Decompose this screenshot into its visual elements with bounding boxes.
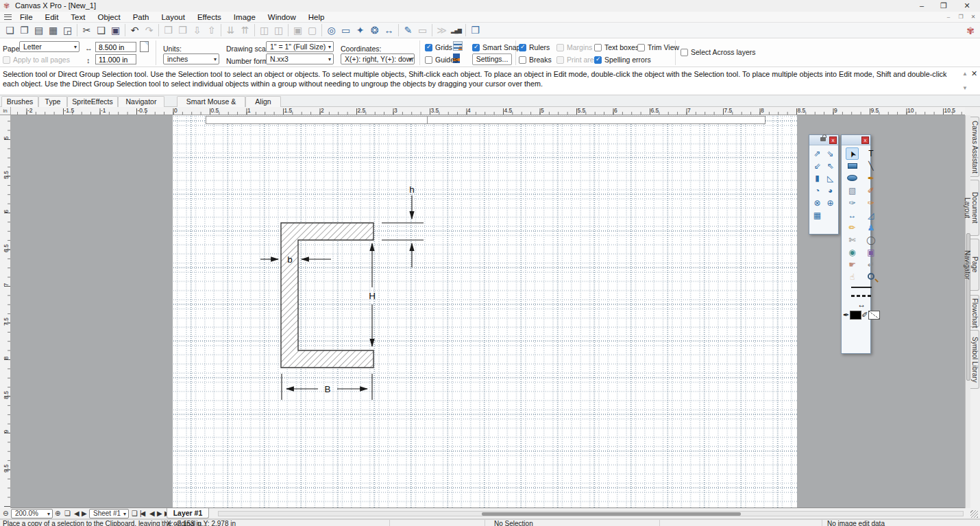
duplicate-sheet-icon[interactable]: ❑ (132, 510, 138, 517)
drawing-scale-select[interactable]: 1" = 1" (Full Size) (266, 41, 334, 52)
next-page-icon[interactable]: ▶ (157, 510, 162, 517)
close-button[interactable]: ✕ (959, 1, 975, 11)
dock-tab-type[interactable]: Type (38, 96, 67, 107)
trim-view-checkbox[interactable]: Trim View (637, 43, 679, 51)
radius-dimension-tool[interactable]: ◔ (811, 184, 824, 197)
bring-to-front-icon[interactable]: ⇈ (238, 24, 252, 37)
bring-forward-icon[interactable]: ⇧ (204, 24, 219, 37)
paintbrush-tool[interactable]: ✐ (864, 184, 877, 197)
angle-measure-tool[interactable]: ◺ (824, 172, 837, 184)
zoom-level-select[interactable]: 200.0% (11, 509, 53, 518)
slideshow-icon[interactable]: ◎ (324, 24, 339, 37)
paper-select[interactable]: Letter (19, 41, 79, 52)
ordinate-dimension-tool[interactable]: ⇖ (824, 160, 837, 172)
dimensioning-palette[interactable]: x ⇗⇘⇙⇖▮◺◔◕⊗⊕▦ (809, 134, 839, 235)
text-boxes-checkbox[interactable]: Text boxes (594, 43, 639, 51)
palette-close-icon[interactable]: x (861, 136, 869, 144)
annotation-icon[interactable]: ✎ (401, 24, 415, 37)
coordinates-select[interactable]: X(+): right, Y(+): down (341, 53, 415, 64)
stroke-style-solid[interactable] (851, 283, 872, 291)
align-icon[interactable]: ◫ (257, 24, 271, 37)
hamburger-menu-icon[interactable] (4, 14, 12, 20)
next-sheet-icon[interactable]: ▶ (82, 510, 87, 517)
horizontal-ruler[interactable]: -2-1.5-1-0.500.511.522.533.544.555.566.5… (11, 107, 965, 115)
chart-icon[interactable]: ▂▄▆ (449, 24, 463, 37)
diameter-dimension-tool[interactable]: ◕ (824, 184, 837, 197)
hand-tool[interactable]: ☝ (846, 271, 859, 283)
dimension-tool[interactable]: ↔ (846, 209, 859, 222)
sidebar-tab-canvas-assistant[interactable]: Canvas Assistant (970, 117, 979, 177)
checkbox-box[interactable] (594, 56, 602, 64)
undo-icon[interactable]: ↶ (127, 24, 142, 37)
ghost-tool[interactable]: ♟ (864, 222, 877, 234)
lock-icon[interactable]: ▣ (291, 24, 305, 37)
sheet-select[interactable]: Sheet #1 (89, 509, 129, 518)
menu-item-file[interactable]: File (14, 12, 39, 23)
presentation-icon[interactable]: ▭ (339, 24, 353, 37)
sidebar-tab-flowchart[interactable]: Flowchart (970, 295, 979, 327)
dock-tab-navigator[interactable]: Navigator (118, 96, 164, 107)
doc-minimize-icon[interactable]: – (944, 14, 953, 20)
ellipse-tool[interactable] (846, 172, 859, 184)
zoom-out-icon[interactable]: ⊖ (3, 510, 8, 517)
menu-item-window[interactable]: Window (262, 12, 302, 23)
open-document-icon[interactable]: ❐ (17, 24, 32, 37)
highlighter-tool[interactable]: ✏ (846, 222, 859, 234)
checkbox-box[interactable] (681, 49, 688, 56)
checkbox-box[interactable] (637, 44, 645, 51)
smart-dimension-tool[interactable]: ⇗ (811, 147, 824, 160)
cut-icon[interactable]: ✂ (79, 24, 94, 37)
push-tool[interactable]: ☛ (846, 259, 859, 271)
save-icon[interactable]: ▤ (32, 24, 46, 37)
linear-dimension-tool[interactable]: ▮ (811, 172, 824, 184)
toolbox-palette[interactable]: x ➤T╲✒▧✐✑✑↔◿✏♟✄◯◉▣☛↵☝↔✒✐ (841, 134, 871, 354)
dock-tab-brushes[interactable]: Brushes (1, 96, 38, 107)
dock-tab-align[interactable]: Align (245, 96, 281, 107)
grid-settings-icon[interactable] (453, 41, 463, 51)
knife-tool[interactable]: ✄ (846, 234, 859, 246)
parallel-dimension-tool[interactable]: ⇘ (824, 147, 837, 160)
menu-item-edit[interactable]: Edit (39, 12, 65, 23)
unlock-icon[interactable] (820, 137, 826, 141)
eyedropper-tool[interactable]: ✑ (846, 197, 859, 209)
rectangle-tool[interactable] (846, 160, 859, 172)
proof-icon[interactable]: ≫ (434, 24, 449, 37)
palette-header[interactable]: x (842, 135, 870, 145)
copy-icon[interactable]: ❑ (94, 24, 108, 37)
vertical-scrollbar[interactable] (965, 115, 970, 508)
menu-item-image[interactable]: Image (228, 12, 262, 23)
document-window-controls[interactable]: –❐✕ (944, 14, 977, 20)
sidebar-tab-document-layout[interactable]: Document Layout (970, 180, 979, 236)
select-across-checkbox[interactable]: Select Across layers (681, 48, 756, 56)
doc-close-icon[interactable]: ✕ (969, 14, 977, 20)
redo-icon[interactable]: ↷ (142, 24, 156, 37)
page-orientation-icon[interactable] (140, 41, 149, 52)
send-backward-icon[interactable]: ⇩ (190, 24, 204, 37)
checkbox-box[interactable] (594, 44, 602, 51)
angular-dimension-tool[interactable]: ⇙ (811, 160, 824, 172)
datum-tool[interactable]: ⊕ (824, 197, 837, 209)
layer-tab[interactable]: Layer #1 (167, 508, 209, 518)
dock-tab-smart-mouse-guides[interactable]: Smart Mouse & Guides (177, 96, 245, 107)
zoom-in-icon[interactable]: ⊕ (55, 510, 60, 517)
first-page-icon[interactable]: |◀ (140, 510, 144, 517)
grids-checkbox[interactable]: Grids (425, 43, 452, 51)
ungroup-icon[interactable]: ❒ (175, 24, 190, 37)
distribute-icon[interactable]: ◫ (271, 24, 286, 37)
zoom-tool[interactable] (864, 271, 877, 283)
text-tool[interactable]: T (864, 147, 877, 160)
stroke-ink-swatch[interactable]: ✐ (861, 309, 880, 322)
paste-icon[interactable]: ▣ (108, 24, 123, 37)
cube-3d-icon[interactable]: ❒ (468, 24, 482, 37)
sidebar-tab-symbol-library[interactable]: Symbol Library (970, 330, 979, 389)
help-close-icon[interactable]: ✕ (971, 69, 977, 78)
minimize-button[interactable]: – (914, 1, 929, 11)
help-scroll-up-icon[interactable]: ▲ (962, 71, 968, 77)
snap-settings-button[interactable]: Settings... (472, 53, 512, 65)
number-format-select[interactable]: N.xx3 (266, 53, 334, 64)
group-icon[interactable]: ❒ (161, 24, 175, 37)
lasso-tool[interactable]: ◯ (864, 234, 877, 246)
help-scroll-down-icon[interactable]: ▼ (962, 85, 968, 91)
sidebar-tab-page-navigator[interactable]: Page Navigator (970, 239, 979, 291)
stroke-ink-swatch-color[interactable] (868, 311, 880, 320)
